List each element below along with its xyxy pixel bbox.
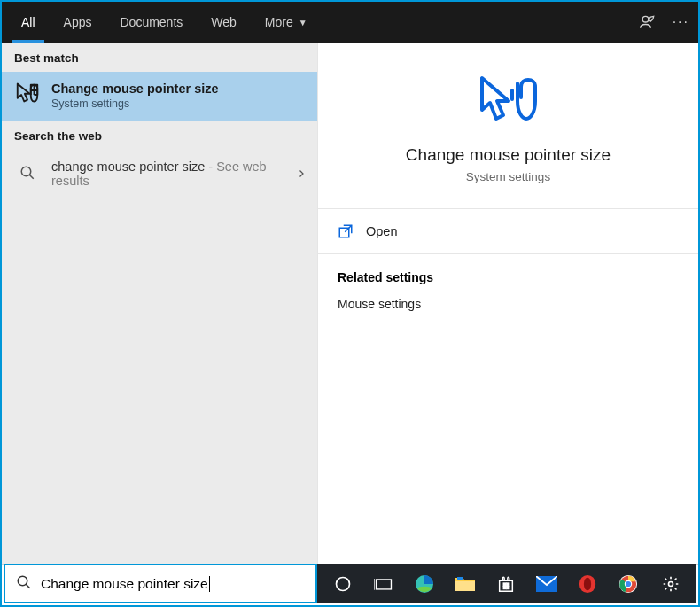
cortana-icon[interactable] [323,564,363,603]
tab-web-label: Web [211,15,237,29]
svg-point-0 [642,16,649,22]
related-item-mouse-settings[interactable]: Mouse settings [338,297,679,311]
search-icon [14,160,41,186]
svg-rect-15 [503,583,506,586]
preview-title: Change mouse pointer size [336,145,681,165]
preview-hero: Change mouse pointer size System setting… [318,43,698,209]
open-icon [338,223,354,239]
svg-point-6 [18,576,27,586]
chrome-icon[interactable] [608,564,649,603]
results-pane: Best match Change mouse pointer size Sys… [2,43,317,564]
tab-web[interactable]: Web [197,2,251,43]
task-view-icon[interactable] [363,564,404,603]
chevron-down-icon: ▼ [299,18,307,27]
web-result-primary: change mouse pointer size [51,160,205,174]
preview-subtitle: System settings [336,170,681,183]
svg-point-26 [669,581,673,586]
mail-icon[interactable] [526,564,567,603]
spacer [322,2,639,43]
taskbar [317,564,696,603]
text-cursor [209,576,210,592]
tab-more[interactable]: More ▼ [251,2,322,43]
mouse-pointer-icon [336,74,681,128]
opera-icon[interactable] [567,564,608,603]
tab-all[interactable]: All [7,2,50,43]
feedback-icon[interactable] [639,13,657,31]
svg-rect-16 [507,583,509,586]
svg-line-7 [26,584,30,588]
more-options-icon[interactable]: ··· [673,14,689,30]
best-match-result[interactable]: Change mouse pointer size System setting… [2,72,317,121]
search-filter-tabs: All Apps Documents Web More ▼ ··· [2,2,698,43]
web-result-text: change mouse pointer size - See web resu… [51,160,280,188]
web-search-result[interactable]: change mouse pointer size - See web resu… [2,150,317,198]
svg-point-21 [584,577,591,590]
best-match-subtitle: System settings [51,97,219,110]
settings-icon[interactable] [650,564,691,603]
svg-point-8 [337,577,350,590]
open-label: Open [366,224,397,238]
tab-apps[interactable]: Apps [50,2,106,43]
related-settings: Related settings Mouse settings [318,254,698,327]
svg-rect-14 [457,577,463,580]
tab-more-label: More [265,15,293,29]
search-input-text: Change mouse pointer size [41,576,208,592]
microsoft-store-icon[interactable] [486,564,526,603]
best-match-title: Change mouse pointer size [51,82,219,96]
svg-rect-17 [503,586,506,588]
svg-point-25 [626,580,631,586]
chevron-right-icon [296,167,307,183]
svg-rect-9 [377,579,392,588]
svg-line-2 [29,175,34,179]
tab-apps-label: Apps [64,15,92,29]
search-box[interactable]: Change mouse pointer size [4,564,317,603]
bottom-strip: Change mouse pointer size [4,564,696,603]
svg-point-1 [21,167,31,176]
search-icon [16,574,32,594]
best-match-header: Best match [2,43,317,72]
tab-documents[interactable]: Documents [105,2,197,43]
file-explorer-icon[interactable] [445,564,486,603]
svg-rect-13 [455,581,475,591]
svg-rect-18 [507,586,509,588]
tab-documents-label: Documents [120,15,183,29]
tab-all-label: All [21,15,35,29]
mouse-pointer-icon [14,82,41,108]
search-web-header: Search the web [2,121,317,150]
open-action[interactable]: Open [318,209,698,254]
preview-pane: Change mouse pointer size System setting… [317,43,698,564]
related-header: Related settings [338,270,679,284]
edge-icon[interactable] [404,564,445,603]
